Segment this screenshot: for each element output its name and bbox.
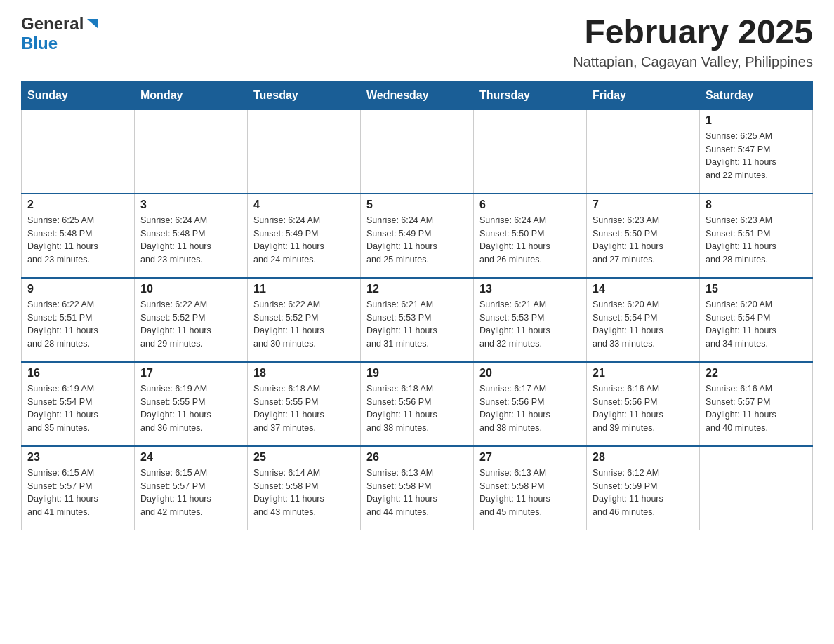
- logo-triangle-icon: [84, 16, 100, 32]
- logo-blue-text: Blue: [21, 34, 58, 53]
- day-info: Sunrise: 6:23 AM Sunset: 5:51 PM Dayligh…: [706, 214, 807, 267]
- weekday-header-saturday: Saturday: [700, 81, 813, 109]
- weekday-header-monday: Monday: [135, 81, 248, 109]
- day-info: Sunrise: 6:22 AM Sunset: 5:52 PM Dayligh…: [253, 298, 355, 351]
- day-info: Sunrise: 6:24 AM Sunset: 5:50 PM Dayligh…: [479, 214, 581, 267]
- calendar-cell: [361, 109, 474, 194]
- day-number: 20: [479, 367, 581, 380]
- day-info: Sunrise: 6:20 AM Sunset: 5:54 PM Dayligh…: [706, 298, 807, 351]
- calendar-cell: 5Sunrise: 6:24 AM Sunset: 5:49 PM Daylig…: [361, 194, 474, 278]
- calendar-cell: 24Sunrise: 6:15 AM Sunset: 5:57 PM Dayli…: [135, 446, 248, 530]
- calendar-cell: 8Sunrise: 6:23 AM Sunset: 5:51 PM Daylig…: [700, 194, 813, 278]
- day-number: 24: [140, 451, 241, 464]
- calendar-cell: 21Sunrise: 6:16 AM Sunset: 5:56 PM Dayli…: [587, 362, 700, 446]
- day-info: Sunrise: 6:15 AM Sunset: 5:57 PM Dayligh…: [140, 467, 241, 519]
- weekday-header-thursday: Thursday: [474, 81, 587, 109]
- calendar-cell: 1Sunrise: 6:25 AM Sunset: 5:47 PM Daylig…: [700, 109, 813, 194]
- calendar-cell: [474, 109, 587, 194]
- page-header: General Blue February 2025 Nattapian, Ca…: [21, 14, 813, 70]
- day-number: 1: [706, 114, 807, 127]
- day-number: 3: [140, 199, 241, 211]
- weekday-header-wednesday: Wednesday: [361, 81, 474, 109]
- day-info: Sunrise: 6:21 AM Sunset: 5:53 PM Dayligh…: [366, 298, 468, 351]
- day-info: Sunrise: 6:22 AM Sunset: 5:52 PM Dayligh…: [140, 298, 241, 351]
- day-info: Sunrise: 6:22 AM Sunset: 5:51 PM Dayligh…: [27, 298, 128, 351]
- calendar-cell: 15Sunrise: 6:20 AM Sunset: 5:54 PM Dayli…: [700, 278, 813, 362]
- day-info: Sunrise: 6:19 AM Sunset: 5:54 PM Dayligh…: [27, 382, 128, 435]
- calendar-week-row: 2Sunrise: 6:25 AM Sunset: 5:48 PM Daylig…: [22, 194, 813, 278]
- day-number: 23: [27, 451, 128, 464]
- calendar-cell: 9Sunrise: 6:22 AM Sunset: 5:51 PM Daylig…: [22, 278, 135, 362]
- logo-general-text: General: [21, 14, 84, 34]
- day-info: Sunrise: 6:21 AM Sunset: 5:53 PM Dayligh…: [479, 298, 581, 351]
- weekday-header-sunday: Sunday: [22, 81, 135, 109]
- day-info: Sunrise: 6:17 AM Sunset: 5:56 PM Dayligh…: [479, 382, 581, 435]
- calendar-cell: 10Sunrise: 6:22 AM Sunset: 5:52 PM Dayli…: [135, 278, 248, 362]
- calendar-cell: 18Sunrise: 6:18 AM Sunset: 5:55 PM Dayli…: [248, 362, 361, 446]
- calendar-cell: 26Sunrise: 6:13 AM Sunset: 5:58 PM Dayli…: [361, 446, 474, 530]
- calendar-cell: 16Sunrise: 6:19 AM Sunset: 5:54 PM Dayli…: [22, 362, 135, 446]
- calendar-cell: 13Sunrise: 6:21 AM Sunset: 5:53 PM Dayli…: [474, 278, 587, 362]
- calendar-cell: [22, 109, 135, 194]
- day-number: 21: [593, 367, 694, 380]
- calendar-cell: 28Sunrise: 6:12 AM Sunset: 5:59 PM Dayli…: [587, 446, 700, 530]
- calendar-cell: 14Sunrise: 6:20 AM Sunset: 5:54 PM Dayli…: [587, 278, 700, 362]
- calendar-subtitle: Nattapian, Cagayan Valley, Philippines: [573, 54, 813, 70]
- day-info: Sunrise: 6:18 AM Sunset: 5:56 PM Dayligh…: [366, 382, 468, 435]
- day-info: Sunrise: 6:13 AM Sunset: 5:58 PM Dayligh…: [479, 467, 581, 519]
- day-info: Sunrise: 6:19 AM Sunset: 5:55 PM Dayligh…: [140, 382, 241, 435]
- day-number: 18: [253, 367, 355, 380]
- calendar-cell: [700, 446, 813, 530]
- day-info: Sunrise: 6:12 AM Sunset: 5:59 PM Dayligh…: [593, 467, 694, 519]
- title-section: February 2025 Nattapian, Cagayan Valley,…: [573, 14, 813, 70]
- calendar-cell: [587, 109, 700, 194]
- calendar-cell: 12Sunrise: 6:21 AM Sunset: 5:53 PM Dayli…: [361, 278, 474, 362]
- calendar-cell: [135, 109, 248, 194]
- calendar-cell: 2Sunrise: 6:25 AM Sunset: 5:48 PM Daylig…: [22, 194, 135, 278]
- day-info: Sunrise: 6:24 AM Sunset: 5:49 PM Dayligh…: [366, 214, 468, 267]
- calendar-table: SundayMondayTuesdayWednesdayThursdayFrid…: [21, 81, 813, 531]
- weekday-header-row: SundayMondayTuesdayWednesdayThursdayFrid…: [22, 81, 813, 109]
- day-info: Sunrise: 6:15 AM Sunset: 5:57 PM Dayligh…: [27, 467, 128, 519]
- day-number: 25: [253, 451, 355, 464]
- calendar-cell: 7Sunrise: 6:23 AM Sunset: 5:50 PM Daylig…: [587, 194, 700, 278]
- day-info: Sunrise: 6:25 AM Sunset: 5:48 PM Dayligh…: [27, 214, 128, 267]
- day-info: Sunrise: 6:14 AM Sunset: 5:58 PM Dayligh…: [253, 467, 355, 519]
- weekday-header-tuesday: Tuesday: [248, 81, 361, 109]
- day-number: 28: [593, 451, 694, 464]
- day-info: Sunrise: 6:23 AM Sunset: 5:50 PM Dayligh…: [593, 214, 694, 267]
- day-number: 16: [27, 367, 128, 380]
- logo: General Blue: [21, 14, 100, 53]
- calendar-cell: 22Sunrise: 6:16 AM Sunset: 5:57 PM Dayli…: [700, 362, 813, 446]
- weekday-header-friday: Friday: [587, 81, 700, 109]
- calendar-week-row: 16Sunrise: 6:19 AM Sunset: 5:54 PM Dayli…: [22, 362, 813, 446]
- day-info: Sunrise: 6:20 AM Sunset: 5:54 PM Dayligh…: [593, 298, 694, 351]
- day-number: 5: [366, 199, 468, 211]
- calendar-cell: 20Sunrise: 6:17 AM Sunset: 5:56 PM Dayli…: [474, 362, 587, 446]
- calendar-cell: 4Sunrise: 6:24 AM Sunset: 5:49 PM Daylig…: [248, 194, 361, 278]
- calendar-cell: 3Sunrise: 6:24 AM Sunset: 5:48 PM Daylig…: [135, 194, 248, 278]
- calendar-cell: 27Sunrise: 6:13 AM Sunset: 5:58 PM Dayli…: [474, 446, 587, 530]
- day-info: Sunrise: 6:24 AM Sunset: 5:48 PM Dayligh…: [140, 214, 241, 267]
- calendar-week-row: 9Sunrise: 6:22 AM Sunset: 5:51 PM Daylig…: [22, 278, 813, 362]
- day-number: 10: [140, 283, 241, 295]
- day-number: 4: [253, 199, 355, 211]
- day-info: Sunrise: 6:25 AM Sunset: 5:47 PM Dayligh…: [706, 130, 807, 182]
- day-number: 7: [593, 199, 694, 211]
- day-number: 17: [140, 367, 241, 380]
- day-number: 22: [706, 367, 807, 380]
- calendar-body: 1Sunrise: 6:25 AM Sunset: 5:47 PM Daylig…: [22, 109, 813, 530]
- calendar-cell: 6Sunrise: 6:24 AM Sunset: 5:50 PM Daylig…: [474, 194, 587, 278]
- day-number: 26: [366, 451, 468, 464]
- calendar-week-row: 1Sunrise: 6:25 AM Sunset: 5:47 PM Daylig…: [22, 109, 813, 194]
- day-number: 27: [479, 451, 581, 464]
- day-number: 13: [479, 283, 581, 295]
- day-number: 2: [27, 199, 128, 211]
- calendar-cell: 17Sunrise: 6:19 AM Sunset: 5:55 PM Dayli…: [135, 362, 248, 446]
- calendar-week-row: 23Sunrise: 6:15 AM Sunset: 5:57 PM Dayli…: [22, 446, 813, 530]
- day-number: 9: [27, 283, 128, 295]
- day-number: 19: [366, 367, 468, 380]
- day-number: 6: [479, 199, 581, 211]
- calendar-header: SundayMondayTuesdayWednesdayThursdayFrid…: [22, 81, 813, 109]
- day-number: 8: [706, 199, 807, 211]
